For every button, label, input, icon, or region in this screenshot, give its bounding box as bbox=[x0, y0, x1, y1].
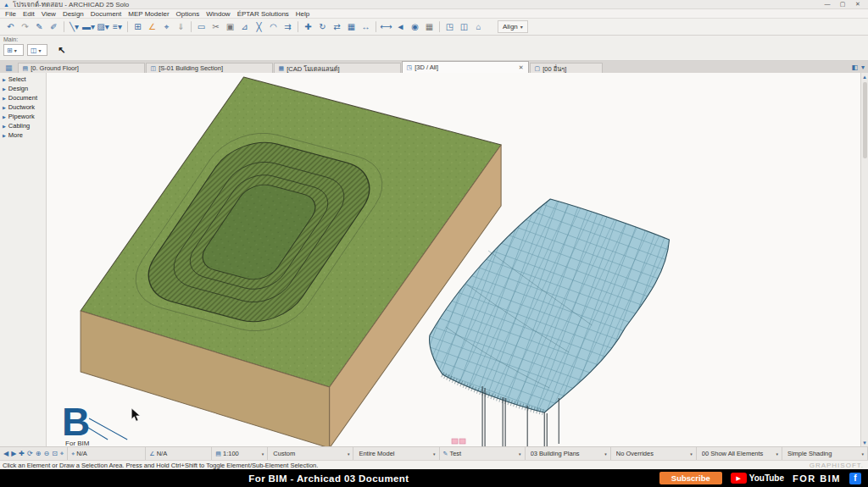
layer-dropdown-icon[interactable]: ≡▾ bbox=[110, 20, 125, 34]
3d-view-icon[interactable]: ◳ bbox=[442, 20, 457, 34]
dimension-icon[interactable]: ⟷ bbox=[379, 20, 393, 34]
graphic-overrides-selector[interactable]: No Overrides ▾ bbox=[611, 447, 697, 460]
layer-combination-selector[interactable]: Custom ▾ bbox=[268, 447, 353, 460]
marquee-icon[interactable]: ▭ bbox=[194, 20, 209, 34]
line-type-dropdown-icon[interactable]: ╲▾ bbox=[67, 20, 81, 34]
menu-item[interactable]: File bbox=[2, 10, 19, 18]
mirror-icon[interactable]: ⇄ bbox=[330, 20, 344, 34]
back-icon[interactable]: ◀ bbox=[3, 450, 8, 457]
scale-selector[interactable]: ▤ 1:100 ▾ bbox=[212, 447, 268, 460]
offset-icon[interactable]: ⇉ bbox=[281, 20, 295, 34]
facebook-badge-icon[interactable]: f bbox=[849, 473, 861, 484]
fill-type-dropdown-icon[interactable]: ▨▾ bbox=[96, 20, 110, 34]
inject-parameters-icon[interactable]: ✐ bbox=[47, 20, 61, 34]
sidebar-item-document[interactable]: ▶ Document bbox=[0, 93, 46, 102]
stretch-icon[interactable]: ↔ bbox=[359, 20, 373, 34]
3d-scene[interactable]: B For BIM bbox=[47, 73, 860, 446]
separator[interactable] bbox=[64, 21, 64, 32]
sidebar-item-more[interactable]: ▶ More bbox=[0, 130, 46, 140]
renovation-filter-selector[interactable]: 00 Show All Elements ▾ bbox=[697, 447, 782, 460]
view-combo[interactable]: ◫ ▾ bbox=[27, 44, 47, 56]
youtube-logo[interactable]: ▶ YouTube bbox=[731, 473, 784, 484]
align-button[interactable]: Align ▾ bbox=[498, 20, 528, 33]
fillet-icon[interactable]: ◠ bbox=[266, 20, 281, 34]
tab-menu-icon[interactable]: ▾ bbox=[861, 64, 865, 71]
separator[interactable] bbox=[376, 21, 376, 32]
gravity-icon[interactable]: ⇓ bbox=[174, 20, 188, 34]
move-icon[interactable]: ✚ bbox=[301, 20, 315, 34]
tab-overview-icon[interactable]: ◧ bbox=[851, 64, 858, 71]
menu-item[interactable]: Help bbox=[292, 10, 313, 18]
pan-icon[interactable]: ✚ bbox=[19, 450, 25, 457]
menu-item[interactable]: Window bbox=[203, 10, 233, 18]
copy-icon[interactable]: ▣ bbox=[223, 20, 237, 34]
walk-icon[interactable]: ⌖ bbox=[60, 450, 64, 458]
menu-item[interactable]: MEP Modeler bbox=[125, 10, 172, 18]
tab-3d-all[interactable]: ◳ [3D / All] ✕ bbox=[402, 61, 529, 73]
scroll-down-icon[interactable]: ▼ bbox=[862, 439, 867, 446]
zoom-in-icon[interactable]: ⊕ bbox=[36, 450, 42, 457]
tab-ground-floor[interactable]: ▤ [0. Ground Floor] bbox=[18, 63, 145, 73]
sidebar-item-select[interactable]: ▶ Select bbox=[0, 75, 46, 84]
sidebar-item-ductwork[interactable]: ▶ Ductwork bbox=[0, 102, 46, 112]
split-icon[interactable]: ╳ bbox=[252, 20, 266, 34]
favorites-combo[interactable]: ⊞ ▾ bbox=[3, 44, 24, 56]
label-icon[interactable]: ◄ bbox=[393, 20, 408, 34]
tab-close-icon[interactable]: ✕ bbox=[519, 64, 524, 71]
3d-viewport[interactable]: B For BIM bbox=[47, 73, 860, 446]
scrollbar-thumb[interactable] bbox=[863, 82, 867, 158]
separator[interactable] bbox=[439, 21, 440, 32]
sidebar-item-cabling[interactable]: ▶ Cabling bbox=[0, 121, 46, 130]
structure-display-selector[interactable]: Entire Model ▾ bbox=[353, 447, 439, 460]
camera-icon[interactable]: ◉ bbox=[408, 20, 422, 34]
menu-item[interactable]: Document bbox=[87, 10, 125, 18]
cut-icon[interactable]: ✂ bbox=[209, 20, 223, 34]
tracker-y[interactable]: ∠ N/A bbox=[146, 447, 212, 460]
grid-snap-icon[interactable]: ⊞ bbox=[131, 20, 145, 34]
separator[interactable] bbox=[298, 21, 298, 32]
close-button[interactable]: ✕ bbox=[851, 1, 865, 8]
tab-worksheet[interactable]: ▢ [00 อื่นๆ] bbox=[530, 63, 603, 73]
subscribe-button[interactable]: Subscribe bbox=[659, 472, 722, 484]
rotate-icon[interactable]: ↻ bbox=[315, 20, 330, 34]
arrow-tool-icon[interactable]: ↖ bbox=[58, 45, 65, 56]
undo-icon[interactable]: ↶ bbox=[3, 20, 18, 34]
pen-color-dropdown-icon[interactable]: ▬▾ bbox=[81, 20, 96, 34]
sidebar-item-pipework[interactable]: ▶ Pipework bbox=[0, 112, 46, 121]
separator[interactable] bbox=[127, 21, 128, 32]
layouts-icon[interactable]: ▦ bbox=[422, 20, 437, 34]
multiply-icon[interactable]: ▦ bbox=[344, 20, 359, 34]
menu-item[interactable]: View bbox=[38, 10, 59, 18]
menu-item[interactable]: Edit bbox=[19, 10, 38, 18]
selection-grips[interactable] bbox=[452, 439, 465, 444]
fit-in-window-icon[interactable]: ⊡ bbox=[52, 450, 58, 457]
maximize-button[interactable]: ▢ bbox=[836, 1, 849, 8]
tracker-x[interactable]: ⌖ N/A bbox=[68, 447, 146, 460]
separator[interactable] bbox=[191, 21, 192, 32]
minimize-button[interactable]: — bbox=[821, 1, 834, 8]
menu-item[interactable]: Design bbox=[59, 10, 87, 18]
section-icon[interactable]: ◫ bbox=[457, 20, 471, 34]
menu-item[interactable]: ÉPTAR Solutions bbox=[234, 10, 292, 18]
tab-cad-landscape[interactable]: ▦ [CAD โมเดลแลนด์] bbox=[274, 63, 401, 73]
zoom-out-icon[interactable]: ⊖ bbox=[43, 450, 49, 457]
elevation-icon[interactable]: ⌂ bbox=[471, 20, 486, 34]
model-view-options-selector[interactable]: 03 Building Plans ▾ bbox=[526, 447, 611, 460]
menu-item[interactable]: Options bbox=[173, 10, 203, 18]
snap-points-icon[interactable]: ⌖ bbox=[159, 20, 174, 34]
3d-style-selector[interactable]: Simple Shading ▾ bbox=[782, 447, 868, 460]
forward-icon[interactable]: ▶ bbox=[11, 450, 16, 457]
tab-building-section[interactable]: ◫ [S-01 Building Section] bbox=[146, 63, 273, 73]
terrain-model[interactable] bbox=[81, 77, 501, 446]
redo-icon[interactable]: ↷ bbox=[18, 20, 32, 34]
scroll-up-icon[interactable]: ▲ bbox=[862, 73, 867, 80]
pen-set-selector[interactable]: ✎ Test ▾ bbox=[440, 447, 526, 460]
segment-icon: ⌖ bbox=[71, 451, 75, 457]
guide-lines-icon[interactable]: ∠ bbox=[145, 20, 159, 34]
sidebar-item-design[interactable]: ▶ Design bbox=[0, 84, 46, 93]
vertical-scrollbar[interactable]: ▲ ▼ bbox=[860, 73, 868, 446]
trim-icon[interactable]: ⊿ bbox=[237, 20, 252, 34]
orbit-icon[interactable]: ⟳ bbox=[27, 450, 33, 457]
tab-grid-icon[interactable]: ▦ bbox=[5, 64, 13, 72]
pick-up-parameters-icon[interactable]: ✎ bbox=[32, 20, 47, 34]
